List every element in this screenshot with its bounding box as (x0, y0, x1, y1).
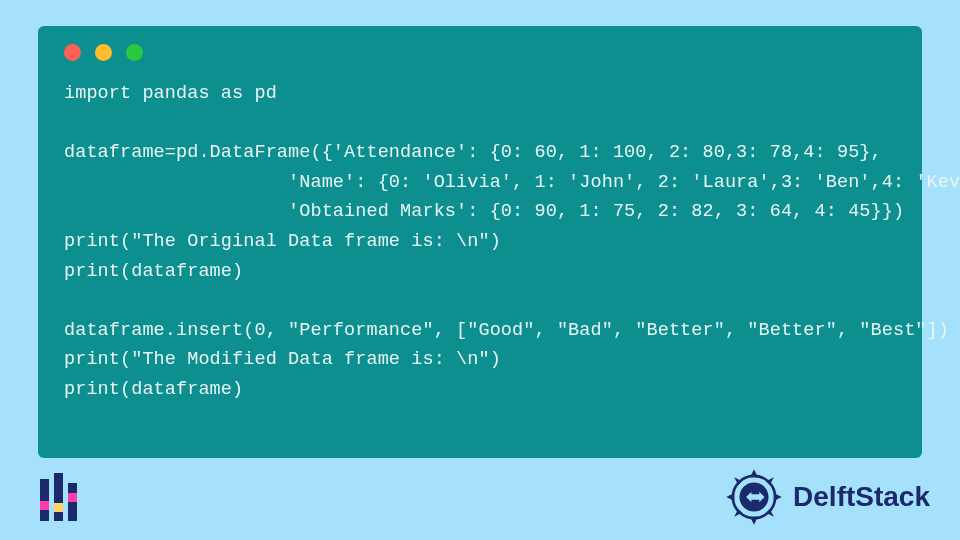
code-content: import pandas as pd dataframe=pd.DataFra… (64, 79, 896, 405)
code-line: print("The Modified Data frame is: \n") (64, 349, 501, 370)
code-line: print("The Original Data frame is: \n") (64, 231, 501, 252)
code-line: dataframe.insert(0, "Performance", ["Goo… (64, 320, 949, 341)
code-line: dataframe=pd.DataFrame({'Attendance': {0… (64, 142, 882, 163)
close-icon (64, 44, 81, 61)
footer: DelftStack (0, 458, 960, 540)
logo-bars-icon (40, 473, 77, 521)
gear-badge-icon (721, 464, 787, 530)
brand-name: DelftStack (793, 481, 930, 513)
code-line: 'Obtained Marks': {0: 90, 1: 75, 2: 82, … (64, 201, 904, 222)
code-window: import pandas as pd dataframe=pd.DataFra… (38, 26, 922, 458)
code-line: print(dataframe) (64, 261, 243, 282)
maximize-icon (126, 44, 143, 61)
minimize-icon (95, 44, 112, 61)
code-line: import pandas as pd (64, 83, 277, 104)
code-line: print(dataframe) (64, 379, 243, 400)
code-line: 'Name': {0: 'Olivia', 1: 'John', 2: 'Lau… (64, 172, 960, 193)
window-controls (64, 44, 896, 61)
brand-logo: DelftStack (721, 464, 930, 530)
